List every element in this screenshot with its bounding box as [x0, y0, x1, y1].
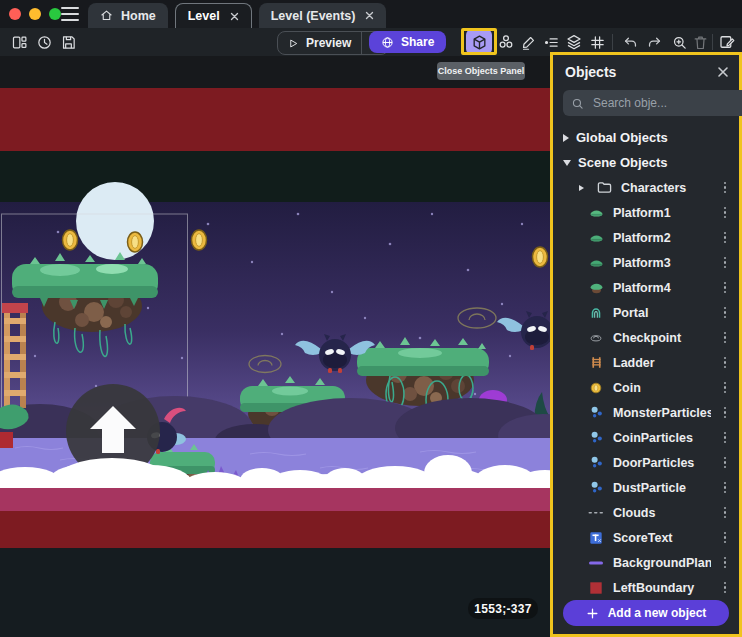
object-list-item-coinparticles[interactable]: CoinParticles	[553, 425, 739, 450]
share-button[interactable]: Share	[369, 31, 446, 53]
window-controls	[9, 8, 61, 20]
tab-level[interactable]: Level	[175, 3, 252, 28]
close-panel-icon[interactable]	[717, 66, 729, 78]
gdevelop-window: Home Level Level (Events)	[0, 0, 742, 637]
minimize-window-button[interactable]	[29, 8, 41, 20]
close-tab-icon[interactable]	[230, 12, 239, 21]
maximize-window-button[interactable]	[49, 8, 61, 20]
caret-collapsed-icon	[563, 134, 569, 142]
item-menu-icon[interactable]	[719, 453, 731, 473]
object-list-item-platform2[interactable]: Platform2	[553, 225, 739, 250]
layers-icon[interactable]	[563, 31, 585, 53]
object-icon	[587, 305, 605, 321]
ladder-sprite[interactable]	[2, 303, 28, 408]
tab-home[interactable]: Home	[88, 3, 168, 28]
item-menu-icon[interactable]	[719, 428, 731, 448]
object-icon	[587, 430, 605, 446]
home-icon	[100, 9, 113, 22]
top-boundary[interactable]	[0, 88, 550, 151]
below-scene	[0, 548, 550, 637]
delete-icon[interactable]	[689, 31, 711, 53]
item-menu-icon[interactable]	[719, 253, 731, 273]
globe-icon	[381, 36, 394, 49]
scene-canvas[interactable]	[0, 56, 550, 637]
item-menu-icon[interactable]	[719, 528, 731, 548]
object-list-item-characters[interactable]: Characters	[553, 175, 739, 200]
item-menu-icon[interactable]	[719, 278, 731, 298]
tab-label: Level (Events)	[271, 9, 356, 23]
objects-panel-icon[interactable]	[466, 29, 492, 55]
item-menu-icon[interactable]	[719, 378, 731, 398]
play-icon	[288, 38, 299, 49]
item-menu-icon[interactable]	[719, 303, 731, 323]
object-list-item-scoretext[interactable]: ScoreText	[553, 525, 739, 550]
tab-label: Level	[188, 9, 220, 23]
object-icon	[587, 230, 605, 246]
redo-icon[interactable]	[643, 31, 665, 53]
expand-caret[interactable]	[579, 185, 587, 191]
object-list-item-checkpoint[interactable]: Checkpoint	[553, 325, 739, 350]
item-menu-icon[interactable]	[719, 478, 731, 498]
object-groups-icon[interactable]	[495, 31, 517, 53]
cursor-coordinates-badge: 1553;-337	[468, 598, 538, 619]
object-icon	[587, 580, 605, 596]
object-list-item-platform4[interactable]: Platform4	[553, 275, 739, 300]
close-tab-icon[interactable]	[365, 11, 374, 20]
object-icon	[587, 530, 605, 546]
tab-level-events[interactable]: Level (Events)	[259, 3, 387, 28]
item-menu-icon[interactable]	[719, 203, 731, 223]
caret-expanded-icon	[563, 160, 571, 166]
object-list-item-dustparticle[interactable]: DustParticle	[553, 475, 739, 500]
object-list-item-platform3[interactable]: Platform3	[553, 250, 739, 275]
grid-icon[interactable]	[586, 31, 608, 53]
object-list-item-leftboundary[interactable]: LeftBoundary	[553, 575, 739, 596]
item-menu-icon[interactable]	[719, 503, 731, 523]
bottom-boundary[interactable]	[0, 511, 550, 548]
object-list-item-platform1[interactable]: Platform1	[553, 200, 739, 225]
object-icon	[587, 405, 605, 421]
object-icon	[587, 455, 605, 471]
tab-label: Home	[121, 9, 156, 23]
object-list-item-ladder[interactable]: Ladder	[553, 350, 739, 375]
tab-strip: Home Level Level (Events)	[88, 3, 386, 28]
object-icon	[587, 480, 605, 496]
object-icon	[587, 355, 605, 371]
undo-icon[interactable]	[619, 31, 641, 53]
instances-list-icon[interactable]	[540, 31, 562, 53]
zoom-in-icon[interactable]	[668, 31, 690, 53]
item-menu-icon[interactable]	[719, 228, 731, 248]
object-icon	[587, 505, 605, 521]
object-list-item-coin[interactable]: Coin	[553, 375, 739, 400]
item-menu-icon[interactable]	[719, 553, 731, 573]
edit-icon[interactable]	[517, 31, 539, 53]
plus-icon	[586, 607, 599, 620]
section-global-objects[interactable]: Global Objects	[553, 125, 739, 150]
history-icon[interactable]	[33, 31, 55, 53]
item-menu-icon[interactable]	[719, 353, 731, 373]
close-window-button[interactable]	[9, 8, 21, 20]
object-list-item-monsterparticles[interactable]: MonsterParticles	[553, 400, 739, 425]
object-icon	[587, 330, 605, 346]
object-list-item-doorparticles[interactable]: DoorParticles	[553, 450, 739, 475]
item-menu-icon[interactable]	[719, 328, 731, 348]
object-list-item-clouds[interactable]: Clouds	[553, 500, 739, 525]
panel-title: Objects	[565, 64, 717, 80]
moon[interactable]	[76, 182, 154, 260]
main-menu-icon[interactable]	[61, 7, 79, 21]
item-menu-icon[interactable]	[719, 578, 731, 596]
share-label: Share	[401, 35, 434, 49]
section-scene-objects[interactable]: Scene Objects	[553, 150, 739, 175]
add-new-object-button[interactable]: Add a new object	[563, 600, 729, 626]
save-icon[interactable]	[57, 31, 79, 53]
object-icon	[587, 205, 605, 221]
object-list-item-backgroundplants[interactable]: BackgroundPlants	[553, 550, 739, 575]
search-box[interactable]	[563, 90, 742, 116]
object-icon	[587, 555, 605, 571]
item-menu-icon[interactable]	[719, 178, 731, 198]
left-boundary-sprite[interactable]	[0, 432, 13, 448]
search-input[interactable]	[591, 95, 742, 111]
project-manager-icon[interactable]	[8, 31, 30, 53]
object-list-item-portal[interactable]: Portal	[553, 300, 739, 325]
edit-scene-icon[interactable]	[716, 31, 738, 53]
item-menu-icon[interactable]	[719, 403, 731, 423]
